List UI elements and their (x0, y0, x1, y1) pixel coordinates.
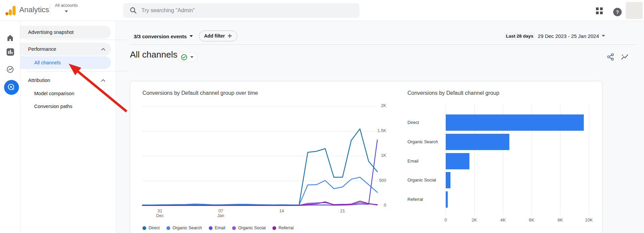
bar-chart-xtick-label: 0 (439, 217, 452, 223)
sidebar-item-label: Advertising snapshot (28, 29, 74, 35)
help-icon: ? (616, 9, 619, 15)
home-icon (6, 34, 14, 42)
check-circle-icon (181, 54, 187, 61)
divider (26, 40, 129, 40)
avatar-photo (628, 3, 640, 18)
nav-home-button[interactable] (0, 30, 20, 45)
bar-category-label: Organic Social (407, 177, 443, 183)
bar-category-label: Referral (407, 197, 443, 202)
reports-icon (6, 48, 14, 56)
apps-grid-icon (596, 7, 603, 15)
sidebar-section-attribution[interactable]: Attribution (20, 75, 111, 86)
bar-chart: 02K4K6K8K10KDirectOrganic SearchEmailOrg… (130, 81, 602, 233)
insights-icon (620, 53, 629, 61)
sidebar: Advertising snapshot Performance All cha… (20, 21, 115, 233)
plus-icon (227, 34, 232, 38)
share-icon (607, 53, 614, 61)
divider (130, 44, 637, 45)
divider (26, 71, 129, 71)
bar-category-label: Email (407, 158, 443, 164)
ga-analytics-app: Analytics All accounts ? (0, 0, 644, 233)
chevron-down-icon (602, 35, 605, 37)
nav-reports-button[interactable] (0, 44, 20, 59)
page-title: All channels (130, 49, 177, 60)
chevron-up-icon (101, 47, 106, 51)
sidebar-section-label: Performance (28, 46, 56, 52)
date-range-value: 29 Dec 2023 - 25 Jan 2024 (538, 33, 599, 39)
brand-title: Analytics (19, 5, 49, 14)
main-content: 3/3 conversion events Add filter Last 28… (115, 21, 644, 233)
bar-chart-xtick-label: 6K (525, 217, 538, 223)
bar-referral (446, 191, 448, 208)
advertising-icon (7, 83, 16, 92)
date-preset-badge: Last 28 days (504, 33, 535, 40)
sidebar-item-label: Conversion paths (34, 104, 72, 109)
sidebar-section-label: Attribution (28, 78, 50, 83)
insights-button[interactable] (620, 52, 629, 62)
bar-chart-xtick-label: 10K (582, 217, 596, 223)
report-card: Conversions by Default channel group ove… (130, 81, 602, 233)
add-filter-label: Add filter (204, 33, 225, 39)
sidebar-item-conversion-paths[interactable]: Conversion paths (20, 100, 111, 112)
explore-icon (6, 65, 14, 73)
sidebar-item-model-comparison[interactable]: Model comparison (20, 87, 111, 100)
share-button[interactable] (606, 52, 615, 62)
bar-category-label: Organic Search (407, 139, 443, 144)
bar-organic-social (446, 172, 450, 188)
bar-direct (446, 114, 584, 131)
account-switcher-label: All accounts (54, 3, 78, 8)
add-filter-button[interactable]: Add filter (199, 30, 237, 41)
apps-grid-button[interactable] (595, 6, 604, 15)
bar-category-label: Direct (407, 120, 443, 125)
search-icon (130, 7, 137, 14)
analytics-logo-icon[interactable] (5, 5, 16, 16)
bar-chart-xtick-label: 8K (553, 217, 567, 223)
conversion-events-label: 3/3 conversion events (134, 34, 187, 39)
sidebar-item-advertising-snapshot[interactable]: Advertising snapshot (20, 26, 111, 39)
sidebar-item-all-channels[interactable]: All channels (20, 56, 111, 69)
report-status-dropdown[interactable] (177, 52, 197, 62)
bar-email (446, 153, 469, 169)
nav-advertising-button[interactable] (4, 80, 19, 95)
bar-chart-xtick-label: 2K (468, 217, 481, 223)
chevron-down-icon (65, 10, 68, 13)
conversion-events-dropdown[interactable]: 3/3 conversion events (134, 32, 193, 41)
nav-explore-button[interactable] (0, 62, 20, 77)
sidebar-item-label: Model comparison (34, 91, 74, 96)
chevron-up-icon (101, 79, 106, 82)
nav-rail (0, 21, 20, 233)
sidebar-item-label: All channels (34, 60, 61, 65)
sidebar-section-performance[interactable]: Performance (20, 43, 111, 56)
chevron-down-icon (190, 35, 193, 37)
search-bar[interactable] (123, 3, 359, 18)
help-button[interactable]: ? (613, 8, 622, 16)
date-range-picker[interactable]: Last 28 days 29 Dec 2023 - 25 Jan 2024 (504, 31, 605, 41)
bar-organic-search (446, 134, 509, 150)
search-input[interactable] (141, 7, 331, 14)
account-switcher[interactable]: All accounts (54, 3, 78, 14)
avatar[interactable] (626, 2, 643, 19)
bar-chart-xtick-label: 4K (496, 217, 510, 223)
divider (50, 4, 50, 15)
topbar: Analytics All accounts ? (0, 0, 644, 21)
chevron-down-icon (190, 56, 194, 58)
bar-chart-gridline (589, 105, 589, 215)
